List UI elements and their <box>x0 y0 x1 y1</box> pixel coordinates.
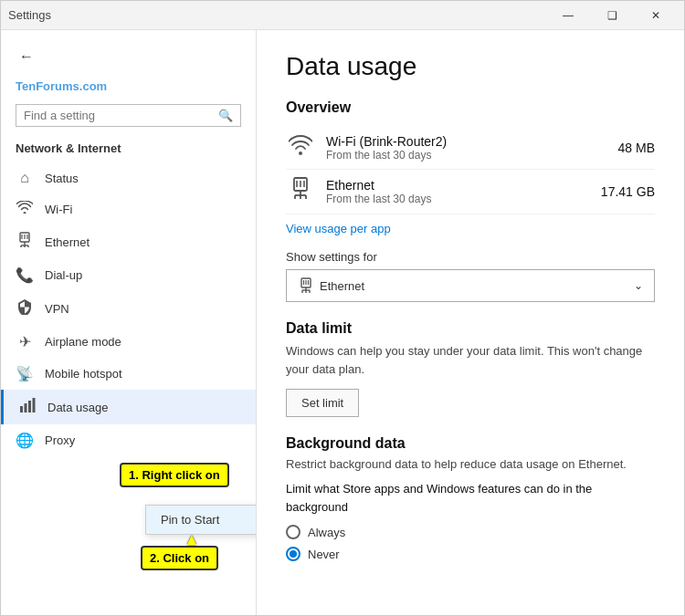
wifi-usage-sub: From the last 30 days <box>326 149 607 162</box>
titlebar: Settings — ❑ ✕ <box>1 1 684 30</box>
radio-dot-never <box>290 550 297 558</box>
ethernet-usage-icon <box>286 177 315 206</box>
background-data-title: Background data <box>286 435 655 452</box>
annotation-badge-1: 1. Right click on <box>120 463 229 487</box>
wifi-usage-info: Wi-Fi (Brink-Router2) From the last 30 d… <box>326 134 607 162</box>
settings-window: Settings — ❑ ✕ ← TenForums.com 🔍 Network… <box>0 0 685 616</box>
sidebar: ← TenForums.com 🔍 Network & Internet ⌂ S… <box>1 30 257 615</box>
maximize-button[interactable]: ❑ <box>591 1 633 30</box>
search-box[interactable]: 🔍 <box>16 104 241 127</box>
radio-label-always: Always <box>308 526 345 539</box>
sidebar-item-label: Ethernet <box>45 235 90 249</box>
wifi-usage-amount: 48 MB <box>618 141 655 155</box>
sidebar-item-label: Airplane mode <box>45 335 121 349</box>
ethernet-usage-name: Ethernet <box>326 178 590 193</box>
sidebar-item-dialup[interactable]: 📞 Dial-up <box>1 259 256 291</box>
show-settings-label: Show settings for <box>286 250 655 264</box>
usage-row-wifi: Wi-Fi (Brink-Router2) From the last 30 d… <box>286 127 655 170</box>
sidebar-item-proxy[interactable]: 🌐 Proxy <box>1 424 256 456</box>
context-menu: Pin to Start <box>145 505 257 535</box>
titlebar-controls: — ❑ ✕ <box>547 1 677 30</box>
watermark: TenForums.com <box>1 76 256 97</box>
view-usage-link[interactable]: View usage per app <box>286 222 655 235</box>
content-area: ← TenForums.com 🔍 Network & Internet ⌂ S… <box>1 30 684 615</box>
wifi-usage-name: Wi-Fi (Brink-Router2) <box>326 134 607 149</box>
close-button[interactable]: ✕ <box>635 1 677 30</box>
sidebar-item-label: Dial-up <box>45 268 82 282</box>
main-content: Data usage Overview Wi-Fi (Brink-Router2… <box>257 30 684 615</box>
search-input[interactable] <box>24 109 213 122</box>
context-menu-pin[interactable]: Pin to Start <box>146 506 257 534</box>
data-limit-description: Windows can help you stay under your dat… <box>286 342 655 378</box>
annotation-arrow: ▲ <box>184 530 200 549</box>
proxy-icon: 🌐 <box>16 432 34 449</box>
set-limit-button[interactable]: Set limit <box>286 389 359 417</box>
sidebar-item-ethernet[interactable]: Ethernet <box>1 224 256 259</box>
sidebar-item-label: Status <box>45 172 79 185</box>
show-settings-dropdown[interactable]: Ethernet ⌄ <box>286 269 655 302</box>
svg-rect-11 <box>28 401 31 412</box>
radio-circle-never <box>286 547 300 561</box>
sidebar-item-wifi[interactable]: Wi-Fi <box>1 193 256 224</box>
sidebar-item-status[interactable]: ⌂ Status <box>1 162 256 193</box>
svg-rect-9 <box>20 406 23 412</box>
radio-circle-always <box>286 525 300 539</box>
titlebar-left: Settings <box>8 8 51 22</box>
titlebar-title: Settings <box>8 8 51 22</box>
airplane-icon: ✈ <box>16 333 34 350</box>
page-title: Data usage <box>286 52 655 81</box>
svg-rect-12 <box>33 398 36 412</box>
ethernet-icon <box>16 232 34 252</box>
sidebar-item-vpn[interactable]: VPN <box>1 291 256 326</box>
overview-title: Overview <box>286 99 655 116</box>
minimize-button[interactable]: — <box>547 1 589 30</box>
sidebar-section-title: Network & Internet <box>1 138 256 162</box>
radio-never[interactable]: Never <box>286 547 655 561</box>
usage-row-ethernet: Ethernet From the last 30 days 17.41 GB <box>286 170 655 214</box>
radio-always[interactable]: Always <box>286 525 655 539</box>
svg-rect-10 <box>25 403 27 412</box>
data-limit-title: Data limit <box>286 320 655 337</box>
home-icon: ⌂ <box>16 170 34 186</box>
wifi-icon <box>16 201 34 217</box>
back-button[interactable]: ← <box>16 45 37 68</box>
sidebar-item-label: VPN <box>45 302 69 316</box>
dialup-icon: 📞 <box>16 266 34 284</box>
dropdown-ethernet-icon <box>298 277 320 294</box>
wifi-usage-icon <box>286 135 315 161</box>
radio-label-never: Never <box>308 548 340 561</box>
search-icon: 🔍 <box>218 109 233 122</box>
sidebar-item-datausage[interactable]: Data usage <box>1 390 256 424</box>
datausage-icon <box>18 397 37 417</box>
ethernet-usage-info: Ethernet From the last 30 days <box>326 178 590 205</box>
annotation-badge-2: 2. Click on <box>141 546 218 570</box>
background-data-description: Restrict background data to help reduce … <box>286 457 655 471</box>
hotspot-icon: 📡 <box>16 365 34 382</box>
sidebar-item-label: Proxy <box>45 433 75 447</box>
ethernet-usage-sub: From the last 30 days <box>326 193 590 205</box>
sidebar-item-label: Wi-Fi <box>45 203 72 216</box>
dropdown-value: Ethernet <box>320 279 364 293</box>
ethernet-usage-amount: 17.41 GB <box>601 184 655 199</box>
sidebar-item-hotspot[interactable]: 📡 Mobile hotspot <box>1 358 256 390</box>
sidebar-item-airplane[interactable]: ✈ Airplane mode <box>1 326 256 358</box>
background-data-sub: Limit what Store apps and Windows featur… <box>286 480 655 516</box>
sidebar-item-label: Data usage <box>47 401 109 414</box>
vpn-icon <box>16 298 34 318</box>
chevron-down-icon: ⌄ <box>634 279 643 292</box>
sidebar-header: ← <box>1 30 256 76</box>
sidebar-item-label: Mobile hotspot <box>45 367 122 381</box>
